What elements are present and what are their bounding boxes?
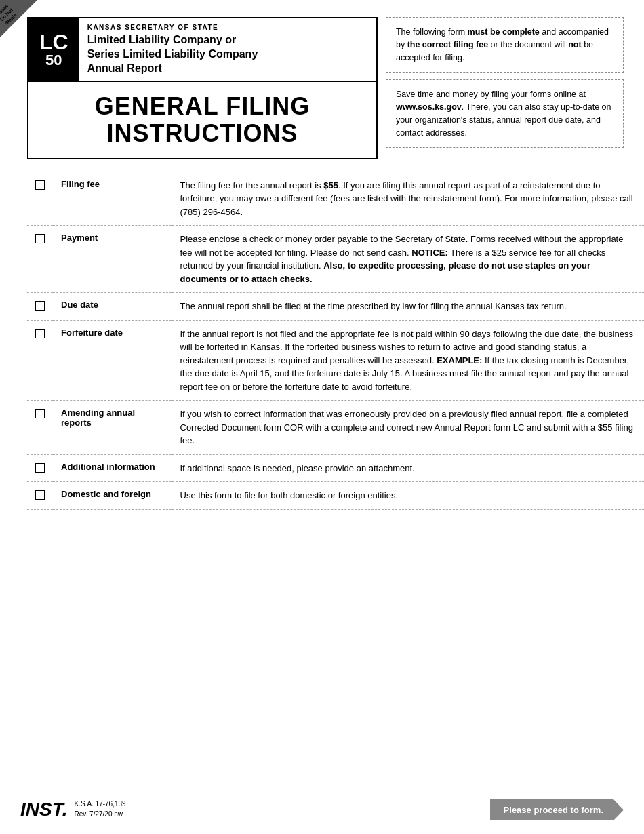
label-due-date: Due date [53, 293, 172, 321]
checkbox-payment[interactable] [35, 234, 45, 243]
content-due-date: The annual report shall be filed at the … [172, 293, 644, 321]
proceed-button[interactable]: Please proceed to form. [490, 799, 624, 820]
form-code: LC [39, 31, 68, 53]
checkbox-cell[interactable] [27, 454, 53, 482]
checkbox-additional-info[interactable] [35, 463, 45, 473]
form-header-box: LC 50 KANSAS SECRETARY OF STATE Limited … [27, 17, 378, 159]
form-title: Limited Liability Company or Series Limi… [87, 33, 258, 75]
inst-label: INST. [20, 799, 67, 820]
content-forfeiture-date: If the annual report is not filed and th… [172, 320, 644, 401]
checkbox-filing-fee[interactable] [35, 180, 45, 190]
label-domestic-foreign: Domestic and foreign [53, 482, 172, 510]
table-row: Filing fee The filing fee for the annual… [27, 172, 644, 226]
checkbox-cell[interactable] [27, 482, 53, 510]
form-number: 50 [45, 53, 62, 68]
form-title-block: KANSAS SECRETARY OF STATE Limited Liabil… [79, 18, 266, 81]
content-filing-fee: The filing fee for the annual report is … [172, 172, 644, 226]
header-top-row: LC 50 KANSAS SECRETARY OF STATE Limited … [28, 18, 376, 82]
label-additional-info: Additional information [53, 454, 172, 482]
label-payment: Payment [53, 226, 172, 293]
legal-line-2: Rev. 7/27/20 nw [74, 809, 125, 819]
footer-section: INST. K.S.A. 17-76,139 Rev. 7/27/20 nw P… [20, 799, 624, 820]
legal-line-1: K.S.A. 17-76,139 [74, 799, 125, 809]
label-forfeiture-date: Forfeiture date [53, 320, 172, 401]
checkbox-amending[interactable] [35, 409, 45, 418]
checkbox-cell[interactable] [27, 293, 53, 321]
table-row: Due date The annual report shall be file… [27, 293, 644, 321]
table-row: Forfeiture date If the annual report is … [27, 320, 644, 401]
content-additional-info: If additional space is needed, please pr… [172, 454, 644, 482]
instructions-table: Filing fee The filing fee for the annual… [27, 172, 644, 510]
checkbox-domestic-foreign[interactable] [35, 490, 45, 500]
checkbox-forfeiture-date[interactable] [35, 329, 45, 338]
checkbox-cell[interactable] [27, 172, 53, 226]
info-box-1: The following form must be complete and … [386, 17, 624, 73]
footer-legal-text: K.S.A. 17-76,139 Rev. 7/27/20 nw [74, 799, 125, 819]
general-filing-heading: GENERAL FILING INSTRUCTIONS [28, 82, 376, 157]
checkbox-cell[interactable] [27, 320, 53, 401]
checkbox-cell[interactable] [27, 226, 53, 293]
table-row: Domestic and foreign Use this form to fi… [27, 482, 644, 510]
table-row: Payment Please enclose a check or money … [27, 226, 644, 293]
table-row: Additional information If additional spa… [27, 454, 644, 482]
header-section: LC 50 KANSAS SECRETARY OF STATE Limited … [27, 17, 624, 159]
content-payment: Please enclose a check or money order pa… [172, 226, 644, 293]
label-amending: Amending annual reports [53, 401, 172, 455]
label-filing-fee: Filing fee [53, 172, 172, 226]
content-amending: If you wish to correct information that … [172, 401, 644, 455]
content-domestic-foreign: Use this form to file for both domestic … [172, 482, 644, 510]
footer-left: INST. K.S.A. 17-76,139 Rev. 7/27/20 nw [20, 799, 126, 820]
table-row: Amending annual reports If you wish to c… [27, 401, 644, 455]
info-box-2: Save time and money by filing your forms… [386, 79, 624, 148]
info-boxes: The following form must be complete and … [386, 17, 624, 159]
checkbox-cell[interactable] [27, 401, 53, 455]
corner-staple-indicator: PleaseDo NotStaple [0, 0, 41, 41]
agency-name: KANSAS SECRETARY OF STATE [87, 24, 258, 31]
checkbox-due-date[interactable] [35, 301, 45, 311]
